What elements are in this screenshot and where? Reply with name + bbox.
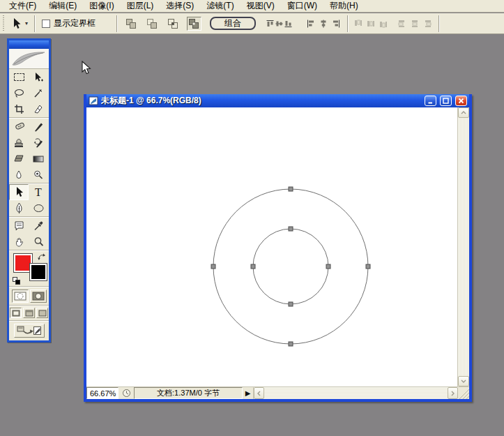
lasso-tool[interactable] — [9, 85, 29, 101]
separator — [34, 15, 36, 32]
options-bar-grip[interactable] — [2, 15, 5, 32]
history-brush-icon — [33, 137, 44, 148]
crop-tool[interactable] — [9, 101, 29, 117]
gradient-icon — [33, 155, 44, 163]
resize-grip[interactable] — [458, 387, 469, 399]
standard-screen-mode-button[interactable] — [10, 308, 22, 318]
menu-view[interactable]: 视图(V) — [240, 0, 281, 12]
eraser-icon — [13, 154, 24, 163]
scroll-down-icon[interactable] — [458, 376, 469, 386]
status-flyout-arrow-icon[interactable]: ▶ — [243, 387, 253, 399]
history-brush-tool[interactable] — [29, 135, 48, 151]
pen-tool[interactable] — [9, 200, 29, 216]
hand-icon — [14, 236, 24, 247]
add-shape-area-icon[interactable] — [124, 17, 139, 31]
zoom-tool[interactable] — [29, 234, 48, 250]
default-colors-icon[interactable] — [13, 277, 22, 285]
gradient-tool[interactable] — [29, 151, 48, 167]
pen-icon — [15, 202, 24, 214]
rectangular-marquee-tool[interactable] — [9, 69, 29, 85]
timer-icon[interactable] — [119, 387, 134, 399]
eraser-tool[interactable] — [9, 151, 29, 167]
path-selection-tool[interactable] — [9, 184, 29, 200]
minimize-button[interactable] — [425, 96, 436, 106]
distribute-top-edges-icon — [352, 17, 364, 30]
align-vertical-centers-icon[interactable] — [275, 17, 283, 30]
clone-stamp-icon — [13, 137, 24, 148]
brush-icon — [33, 121, 44, 132]
fullscreen-with-menu-mode-button[interactable] — [23, 308, 35, 318]
standard-mode-button[interactable] — [12, 290, 29, 303]
fullscreen-mode-button[interactable] — [36, 308, 48, 318]
scroll-up-icon[interactable] — [458, 107, 469, 118]
align-bottom-edges-icon[interactable] — [284, 17, 292, 30]
exclude-overlapping-shape-areas-icon[interactable] — [187, 17, 201, 31]
subtract-from-shape-area-icon[interactable] — [145, 17, 160, 31]
vertical-scrollbar[interactable] — [457, 107, 469, 386]
lasso-icon — [13, 88, 25, 98]
scroll-left-icon[interactable] — [254, 387, 264, 399]
blur-tool[interactable] — [9, 167, 29, 183]
separator — [347, 15, 349, 32]
background-color-swatch[interactable] — [30, 264, 47, 280]
menu-edit[interactable]: 编辑(E) — [43, 0, 83, 12]
document-window: 未标题-1 @ 66.7%(RGB/8) 66.67% 文档:1.37M/0 — [84, 94, 472, 402]
align-horizontal-centers-icon[interactable] — [317, 17, 329, 30]
show-bounding-box-checkbox[interactable] — [42, 20, 50, 28]
current-tool-button[interactable]: ▾ — [8, 17, 31, 30]
separator — [438, 15, 440, 32]
combine-button[interactable]: 组合 — [210, 17, 256, 30]
menu-layer[interactable]: 图层(L) — [121, 0, 160, 12]
document-title-bar[interactable]: 未标题-1 @ 66.7%(RGB/8) — [86, 94, 469, 107]
separator — [116, 15, 118, 32]
healing-brush-tool[interactable] — [9, 119, 29, 135]
tool-options-bar: ▾ 显示定界框 组合 — [0, 13, 504, 34]
ellipse-shape-tool[interactable] — [29, 200, 48, 216]
shape-circles[interactable] — [86, 107, 457, 386]
menu-select[interactable]: 选择(S) — [160, 0, 200, 12]
align-right-edges-icon[interactable] — [330, 17, 342, 30]
jump-to-imageready-button[interactable] — [14, 324, 45, 338]
intersect-shape-areas-icon[interactable] — [166, 17, 181, 31]
document-icon — [89, 96, 98, 105]
align-left-edges-icon[interactable] — [305, 17, 316, 30]
hand-tool[interactable] — [9, 234, 29, 250]
scroll-right-icon[interactable] — [448, 387, 458, 399]
move-tool[interactable] — [29, 69, 48, 85]
tool-palette-title-bar[interactable] — [9, 40, 49, 49]
slice-tool[interactable] — [29, 101, 48, 117]
magic-wand-tool[interactable] — [29, 85, 48, 101]
eyedropper-tool[interactable] — [29, 218, 48, 234]
menu-filter[interactable]: 滤镜(T) — [200, 0, 240, 12]
zoom-level-field[interactable]: 66.67% — [86, 387, 119, 399]
menu-file[interactable]: 文件(F) — [3, 0, 43, 12]
menu-window[interactable]: 窗口(W) — [281, 0, 323, 12]
maximize-button[interactable] — [440, 96, 452, 106]
menu-bar: 文件(F) 编辑(E) 图像(I) 图层(L) 选择(S) 滤镜(T) 视图(V… — [0, 0, 504, 13]
eyedropper-icon — [33, 220, 43, 231]
tool-palette: T — [7, 38, 51, 343]
zoom-icon — [33, 236, 44, 247]
align-top-edges-icon[interactable] — [266, 17, 274, 30]
close-button[interactable] — [455, 96, 467, 106]
brush-tool[interactable] — [29, 119, 48, 135]
document-canvas[interactable] — [86, 107, 457, 386]
document-size-field[interactable]: 文档:1.37M/0 字节 — [134, 387, 243, 399]
clone-stamp-tool[interactable] — [9, 135, 29, 151]
healing-brush-icon — [13, 121, 25, 132]
notes-tool[interactable] — [9, 218, 29, 234]
blur-icon — [14, 170, 24, 180]
type-icon: T — [35, 187, 42, 198]
type-tool[interactable]: T — [29, 184, 48, 200]
menu-help[interactable]: 帮助(H) — [323, 0, 365, 12]
edit-mode-buttons — [9, 287, 49, 305]
move-icon — [33, 72, 44, 83]
quick-mask-mode-button[interactable] — [30, 290, 47, 303]
horizontal-scrollbar[interactable] — [253, 387, 458, 399]
dodge-tool[interactable] — [29, 167, 48, 183]
show-bounding-box-label: 显示定界框 — [54, 17, 96, 29]
ellipse-shape-icon — [33, 204, 45, 213]
chevron-down-icon: ▾ — [25, 20, 28, 27]
menu-image[interactable]: 图像(I) — [83, 0, 120, 12]
swap-colors-icon[interactable] — [37, 253, 46, 261]
